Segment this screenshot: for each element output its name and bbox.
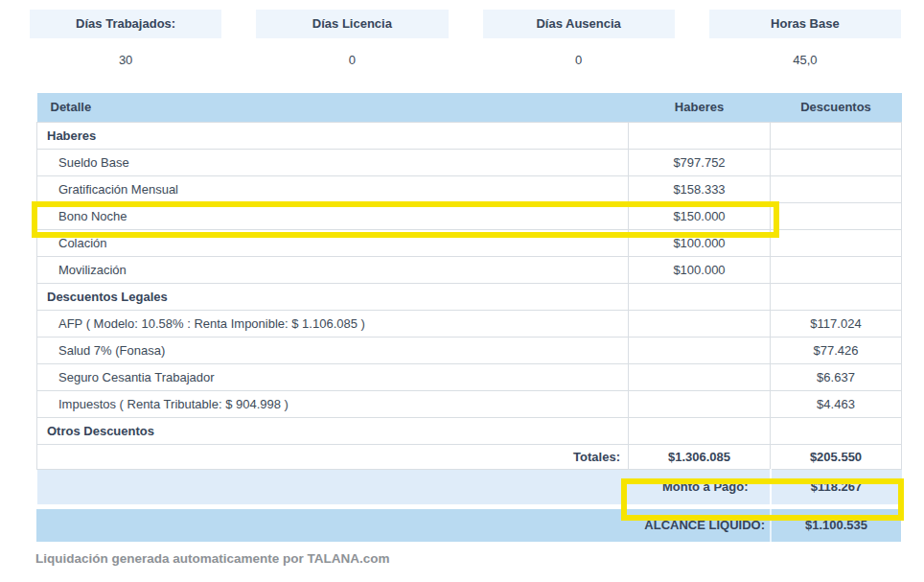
row-haberes: $100.000: [629, 256, 771, 283]
totals-descuentos: $205.550: [771, 444, 902, 469]
item-row: Movilización$100.000: [37, 256, 902, 283]
totals-haberes: $1.306.085: [629, 444, 771, 469]
summary-cell: Días Ausencia0: [483, 10, 675, 81]
item-row: Impuestos ( Renta Tributable: $ 904.998 …: [37, 390, 902, 417]
row-descuentos: $6.637: [771, 363, 902, 390]
row-label: Haberes: [37, 122, 629, 149]
monto-a-pago-row: Monto a Pago: $118.267: [37, 469, 902, 504]
item-row: Salud 7% (Fonasa)$77.426: [37, 337, 902, 363]
summary-strip: Días Trabajados:30Días Licencia0Días Aus…: [30, 10, 901, 81]
item-row: AFP ( Modelo: 10.58% : Renta Imponible: …: [37, 310, 902, 337]
totals-label: Totales:: [37, 444, 629, 469]
row-descuentos: [771, 256, 902, 283]
summary-label: Horas Base: [709, 10, 901, 38]
row-descuentos: $4.463: [771, 390, 902, 417]
row-haberes: [629, 363, 771, 390]
column-header-detalle: Detalle: [37, 93, 629, 122]
row-descuentos: [771, 417, 902, 444]
summary-cell: Horas Base45,0: [709, 10, 901, 81]
row-haberes: [629, 310, 771, 337]
row-haberes: $100.000: [629, 229, 771, 256]
totals-row: Totales: $1.306.085 $205.550: [37, 444, 902, 469]
summary-value: 0: [483, 38, 675, 81]
item-row: Colación$100.000: [37, 229, 902, 256]
row-label: Bono Noche: [37, 202, 629, 229]
row-label: AFP ( Modelo: 10.58% : Renta Imponible: …: [37, 310, 629, 337]
row-haberes: [629, 283, 771, 310]
section-row: Otros Descuentos: [37, 417, 902, 444]
row-haberes: [629, 122, 771, 149]
row-label: Descuentos Legales: [37, 283, 629, 310]
row-descuentos: [771, 283, 902, 310]
row-descuentos: [771, 229, 902, 256]
row-haberes: $797.752: [629, 149, 771, 175]
row-label: Seguro Cesantia Trabajador: [37, 363, 629, 390]
table-header-row: Detalle Haberes Descuentos: [37, 93, 902, 122]
alcance-liquido-label: ALCANCE LÍQUIDO:: [36, 509, 770, 542]
row-label: Otros Descuentos: [37, 417, 629, 444]
column-header-descuentos: Descuentos: [771, 93, 902, 122]
row-label: Sueldo Base: [37, 149, 629, 175]
item-row: Bono Noche$150.000: [37, 202, 902, 229]
row-label: Movilización: [37, 256, 629, 283]
item-row: Sueldo Base$797.752: [37, 149, 902, 175]
row-label: Impuestos ( Renta Tributable: $ 904.998 …: [37, 390, 629, 417]
item-row: Seguro Cesantia Trabajador$6.637: [37, 363, 902, 390]
monto-a-pago-label: Monto a Pago:: [37, 469, 771, 504]
summary-label: Días Trabajados:: [30, 10, 221, 38]
alcance-liquido-row: ALCANCE LÍQUIDO: $1.100.535: [36, 509, 901, 542]
row-descuentos: $77.426: [771, 337, 902, 363]
summary-value: 30: [30, 38, 221, 81]
alcance-liquido-value: $1.100.535: [772, 509, 901, 542]
summary-label: Días Ausencia: [483, 10, 675, 38]
item-row: Gratificación Mensual$158.333: [37, 175, 902, 202]
summary-cell: Días Trabajados:30: [30, 10, 221, 81]
row-label: Gratificación Mensual: [37, 175, 629, 202]
monto-a-pago-value: $118.267: [771, 469, 902, 504]
row-haberes: [629, 337, 771, 363]
payslip-table: Detalle Haberes Descuentos HaberesSueldo…: [36, 93, 902, 504]
summary-value: 45,0: [709, 38, 901, 81]
column-header-haberes: Haberes: [629, 93, 771, 122]
payslip-page: Días Trabajados:30Días Licencia0Días Aus…: [0, 0, 924, 582]
row-haberes: $150.000: [629, 202, 771, 229]
row-descuentos: $117.024: [771, 310, 902, 337]
summary-cell: Días Licencia0: [256, 10, 448, 81]
row-descuentos: [771, 202, 902, 229]
summary-label: Días Licencia: [256, 10, 448, 38]
generated-by-note: Liquidación generada automaticamente por…: [35, 551, 924, 566]
row-haberes: [629, 390, 771, 417]
row-descuentos: [771, 175, 902, 202]
summary-value: 0: [256, 38, 448, 81]
row-descuentos: [771, 122, 902, 149]
row-haberes: [629, 417, 771, 444]
row-haberes: $158.333: [629, 175, 771, 202]
row-label: Colación: [37, 229, 629, 256]
section-row: Descuentos Legales: [37, 283, 902, 310]
row-label: Salud 7% (Fonasa): [37, 337, 629, 363]
section-row: Haberes: [37, 122, 902, 149]
row-descuentos: [771, 149, 902, 175]
